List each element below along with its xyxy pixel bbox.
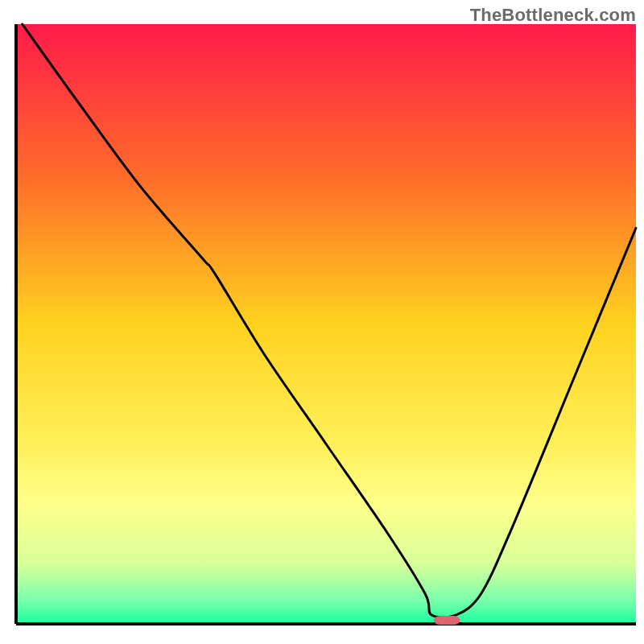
chart-svg [0,0,644,644]
gradient-background [16,24,636,624]
optimal-marker [434,616,460,625]
chart-container: TheBottleneck.com [0,0,644,644]
watermark-text: TheBottleneck.com [470,5,636,26]
